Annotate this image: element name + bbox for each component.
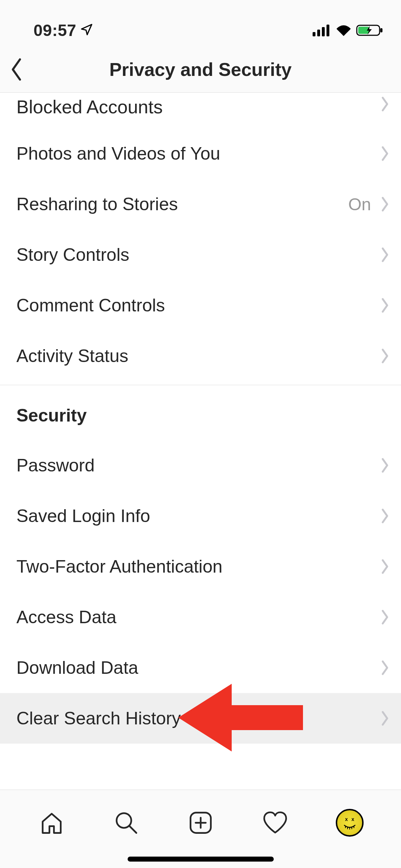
row-label: Comment Controls [16,295,165,316]
row-label: Download Data [16,657,138,678]
chevron-right-icon [380,298,390,313]
heart-icon [261,809,289,836]
chevron-right-icon [380,508,390,524]
svg-marker-7 [178,684,303,751]
home-indicator[interactable] [0,850,401,868]
svg-text:x: x [351,816,354,822]
tab-activity[interactable] [254,801,297,844]
chevron-right-icon [380,96,390,112]
row-label: Saved Login Info [16,506,150,526]
svg-rect-0 [313,32,315,36]
row-label: Story Controls [16,244,129,265]
chevron-right-icon [380,609,390,625]
status-left: 09:57 [16,21,93,40]
row-label: Clear Search History [16,708,181,729]
profile-avatar-icon: x x [336,809,364,837]
chevron-left-icon [9,57,24,82]
search-icon [113,809,140,836]
tab-search[interactable] [105,801,148,844]
svg-line-9 [129,826,136,833]
row-comment-controls[interactable]: Comment Controls [0,280,401,331]
chevron-right-icon [380,711,390,726]
row-label: Access Data [16,607,117,627]
row-saved-login-info[interactable]: Saved Login Info [0,491,401,541]
tab-home[interactable] [30,801,73,844]
section-header-security: Security [0,385,401,440]
svg-rect-3 [327,25,329,36]
row-activity-status[interactable]: Activity Status [0,331,401,381]
page-title: Privacy and Security [109,59,292,80]
row-two-factor-auth[interactable]: Two-Factor Authentication [0,541,401,592]
chevron-right-icon [380,196,390,212]
chevron-right-icon [380,348,390,364]
chevron-right-icon [380,247,390,263]
row-story-controls[interactable]: Story Controls [0,229,401,280]
row-value: On [348,195,371,214]
row-clear-search-history[interactable]: Clear Search History [0,693,401,744]
nav-header: Privacy and Security [0,46,401,93]
svg-text:x: x [345,816,348,822]
chevron-right-icon [380,660,390,676]
row-download-data[interactable]: Download Data [0,642,401,693]
plus-square-icon [187,809,214,836]
row-password[interactable]: Password [0,440,401,491]
home-icon [38,809,65,836]
row-blocked-accounts[interactable]: Blocked Accounts [0,93,401,128]
status-right [313,24,385,37]
back-button[interactable] [9,46,41,92]
wifi-icon [335,24,353,37]
svg-rect-5 [380,28,382,32]
row-resharing-stories[interactable]: Resharing to Stories On [0,179,401,229]
row-photos-videos[interactable]: Photos and Videos of You [0,128,401,179]
chevron-right-icon [380,146,390,161]
cellular-signal-icon [313,24,331,36]
status-time: 09:57 [16,21,76,40]
row-label: Two-Factor Authentication [16,556,222,577]
battery-charging-icon [356,24,384,37]
chevron-right-icon [380,559,390,574]
settings-content[interactable]: Blocked Accounts Photos and Videos of Yo… [0,93,401,790]
row-label: Blocked Accounts [16,96,163,118]
status-bar: 09:57 [0,0,401,46]
tab-profile[interactable]: x x [328,801,371,844]
tab-add[interactable] [179,801,222,844]
svg-rect-1 [317,30,320,36]
row-access-data[interactable]: Access Data [0,592,401,642]
row-label: Resharing to Stories [16,194,178,215]
row-label: Photos and Videos of You [16,143,220,164]
chevron-right-icon [380,458,390,473]
location-services-icon [80,23,93,38]
svg-rect-2 [322,27,325,36]
row-label: Password [16,455,95,476]
row-label: Activity Status [16,346,128,366]
tab-bar: x x [0,790,401,868]
